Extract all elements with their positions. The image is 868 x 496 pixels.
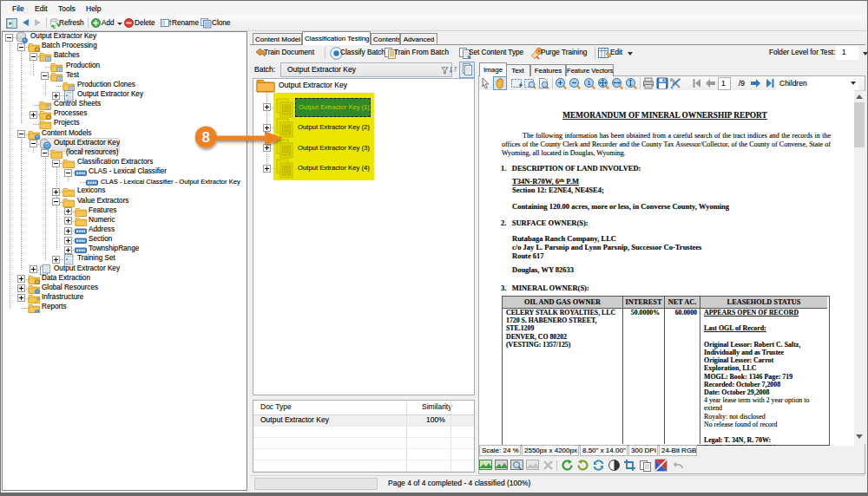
svg-text:1: 1 xyxy=(588,80,591,86)
svg-text:8: 8 xyxy=(202,129,210,146)
